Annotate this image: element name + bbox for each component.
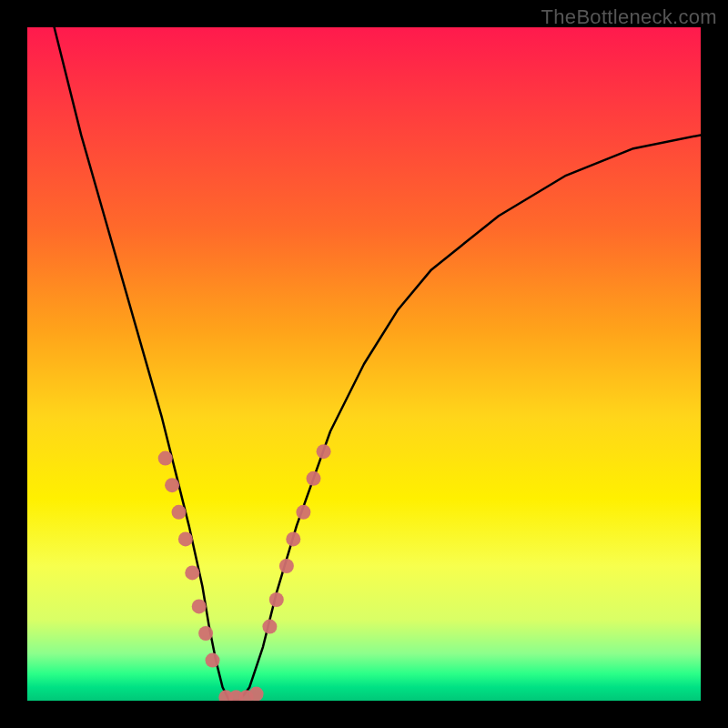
data-marker [307,471,321,486]
data-marker [317,444,331,459]
data-marker [165,478,179,492]
chart-frame: TheBottleneck.com [0,0,728,728]
markers-layer [158,444,331,701]
data-marker [158,451,173,466]
data-marker [286,531,300,546]
plot-area [27,27,701,701]
chart-svg [27,27,701,701]
data-marker [269,592,284,607]
bottleneck-curve [55,27,701,701]
data-marker [262,620,277,634]
data-marker [249,687,264,701]
data-marker [206,653,220,668]
data-marker [172,505,187,520]
data-marker [296,505,310,520]
watermark-text: TheBottleneck.com [541,5,717,29]
curve-layer [55,27,701,701]
data-marker [178,531,193,546]
data-marker [198,626,213,641]
data-marker [279,559,294,573]
data-marker [192,599,207,613]
data-marker [185,565,199,580]
